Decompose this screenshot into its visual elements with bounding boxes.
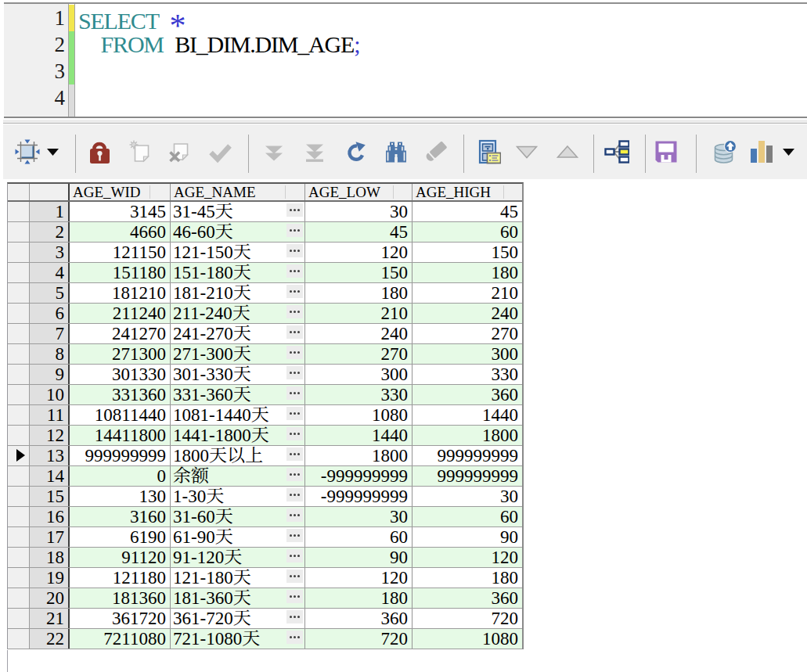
cell-age_low[interactable]: 720 xyxy=(305,629,413,649)
row-number-cell[interactable]: 18 xyxy=(30,548,70,567)
cell-editor-ellipsis-button[interactable] xyxy=(286,264,303,278)
grid-row-5[interactable]: 5181210181-210天180210 xyxy=(8,283,522,304)
master-detail-button[interactable] xyxy=(604,139,629,164)
cell-age_wid[interactable]: 301330 xyxy=(70,365,171,384)
cell-editor-ellipsis-button[interactable] xyxy=(286,366,303,379)
cell-age_high[interactable]: 60 xyxy=(413,507,522,526)
cell-age_wid[interactable]: 121180 xyxy=(70,568,171,588)
cell-age_name[interactable]: 61-90天 xyxy=(171,527,305,547)
cell-age_high[interactable]: 999999999 xyxy=(413,466,522,486)
grid-options-caret[interactable] xyxy=(46,139,60,164)
grid-row-15[interactable]: 151301-30天-99999999930 xyxy=(8,487,522,507)
cell-age_low[interactable]: 330 xyxy=(305,385,413,404)
column-header-age_high[interactable]: AGE_HIGH xyxy=(413,184,522,200)
cell-age_high[interactable]: 360 xyxy=(413,588,522,608)
grid-row-13[interactable]: 139999999991800天以上1800999999999 xyxy=(8,446,522,466)
cell-editor-ellipsis-button[interactable] xyxy=(286,631,303,644)
row-number-cell[interactable]: 6 xyxy=(30,304,70,323)
column-header-age_low[interactable]: AGE_LOW xyxy=(305,184,413,200)
cell-age_low[interactable]: 270 xyxy=(305,344,413,364)
cell-age_name[interactable]: 721-1080天 xyxy=(171,629,305,649)
save-button[interactable] xyxy=(654,139,679,164)
grid-row-11[interactable]: 11108114401081-1440天10801440 xyxy=(8,405,522,426)
cell-age_wid[interactable]: 241270 xyxy=(70,324,171,343)
cell-age_low[interactable]: 60 xyxy=(305,527,413,547)
cell-age_name[interactable]: 1081-1440天 xyxy=(171,405,305,425)
cell-age_wid[interactable]: 331360 xyxy=(70,385,171,404)
row-number-cell[interactable]: 15 xyxy=(30,487,70,506)
cell-age_high[interactable]: 1800 xyxy=(413,426,522,445)
cell-age_name[interactable]: 151-180天 xyxy=(171,263,305,282)
cell-age_name[interactable]: 46-60天 xyxy=(171,222,305,242)
row-number-cell[interactable]: 2 xyxy=(30,222,70,242)
cell-age_low[interactable]: 1080 xyxy=(305,405,413,425)
cell-age_high[interactable]: 720 xyxy=(413,609,522,628)
row-number-cell[interactable]: 3 xyxy=(30,243,70,262)
export-data-button[interactable] xyxy=(712,139,737,164)
grid-row-6[interactable]: 6211240211-240天210240 xyxy=(8,304,522,324)
cell-age_wid[interactable]: 181210 xyxy=(70,283,171,303)
grid-options-button[interactable] xyxy=(15,139,40,164)
cell-age_high[interactable]: 150 xyxy=(413,243,522,262)
row-number-cell[interactable]: 5 xyxy=(30,283,70,303)
row-number-cell[interactable]: 11 xyxy=(30,405,70,425)
cell-editor-ellipsis-button[interactable] xyxy=(286,325,303,339)
cell-age_low[interactable]: 90 xyxy=(305,548,413,567)
cell-age_low[interactable]: 150 xyxy=(305,263,413,282)
column-header-age_name[interactable]: AGE_NAME xyxy=(171,184,305,200)
chart-button[interactable] xyxy=(749,139,774,164)
cell-age_wid[interactable]: 211240 xyxy=(70,304,171,323)
cell-age_name[interactable]: 1441-1800天 xyxy=(171,426,305,445)
grid-row-17[interactable]: 17619061-90天6090 xyxy=(8,527,522,548)
grid-row-9[interactable]: 9301330301-330天300330 xyxy=(8,365,522,385)
cell-age_wid[interactable]: 121150 xyxy=(70,243,171,262)
cell-age_name[interactable]: 301-330天 xyxy=(171,365,305,384)
row-number-cell[interactable]: 12 xyxy=(30,426,70,445)
cell-age_wid[interactable]: 4660 xyxy=(70,222,171,242)
column-header-age_wid[interactable]: AGE_WID xyxy=(70,184,171,200)
panel-splitter[interactable] xyxy=(3,120,807,124)
row-number-cell[interactable]: 14 xyxy=(30,466,70,486)
row-number-cell[interactable]: 1 xyxy=(30,202,70,221)
grid-row-22[interactable]: 227211080721-1080天7201080 xyxy=(8,629,522,649)
cell-age_name[interactable]: 181-210天 xyxy=(171,283,305,303)
row-number-cell[interactable]: 8 xyxy=(30,344,70,364)
cell-age_name[interactable]: 331-360天 xyxy=(171,385,305,404)
cell-age_wid[interactable]: 10811440 xyxy=(70,405,171,425)
grid-row-10[interactable]: 10331360331-360天330360 xyxy=(8,385,522,405)
row-number-cell[interactable]: 20 xyxy=(30,588,70,608)
grid-row-20[interactable]: 20181360181-360天180360 xyxy=(8,588,522,609)
row-number-cell[interactable]: 4 xyxy=(30,263,70,282)
cell-age_wid[interactable]: 3160 xyxy=(70,507,171,526)
single-record-view-button[interactable] xyxy=(476,139,501,164)
grid-row-14[interactable]: 140余额-999999999999999999 xyxy=(8,466,522,487)
find-button[interactable] xyxy=(384,139,409,164)
cell-age_wid[interactable]: 181360 xyxy=(70,588,171,608)
cell-age_wid[interactable]: 3145 xyxy=(70,202,171,221)
row-number-cell[interactable]: 9 xyxy=(30,365,70,384)
cell-age_high[interactable]: 1080 xyxy=(413,629,522,649)
cell-age_name[interactable]: 1-30天 xyxy=(171,487,305,506)
row-number-cell[interactable]: 16 xyxy=(30,507,70,526)
cell-age_low[interactable]: 180 xyxy=(305,283,413,303)
row-number-cell[interactable]: 19 xyxy=(30,568,70,588)
cell-editor-ellipsis-button[interactable] xyxy=(286,244,303,257)
refresh-button[interactable] xyxy=(344,139,369,164)
cell-editor-ellipsis-button[interactable] xyxy=(286,447,303,461)
cell-age_name[interactable]: 1800天以上 xyxy=(171,446,305,465)
cell-age_name[interactable]: 91-120天 xyxy=(171,548,305,567)
row-number-cell[interactable]: 22 xyxy=(30,629,70,649)
cell-age_high[interactable]: 330 xyxy=(413,365,522,384)
grid-row-4[interactable]: 4151180151-180天150180 xyxy=(8,263,522,283)
cell-age_high[interactable]: 30 xyxy=(413,487,522,506)
cell-age_low[interactable]: 180 xyxy=(305,588,413,608)
cell-editor-ellipsis-button[interactable] xyxy=(286,407,303,420)
cell-editor-ellipsis-button[interactable] xyxy=(286,224,303,237)
cell-age_high[interactable]: 300 xyxy=(413,344,522,364)
cell-editor-ellipsis-button[interactable] xyxy=(286,427,303,440)
cell-age_wid[interactable]: 151180 xyxy=(70,263,171,282)
lock-data-button[interactable] xyxy=(87,139,112,164)
cell-age_low[interactable]: 30 xyxy=(305,202,413,221)
cell-age_high[interactable]: 180 xyxy=(413,568,522,588)
chart-caret[interactable] xyxy=(782,139,796,164)
